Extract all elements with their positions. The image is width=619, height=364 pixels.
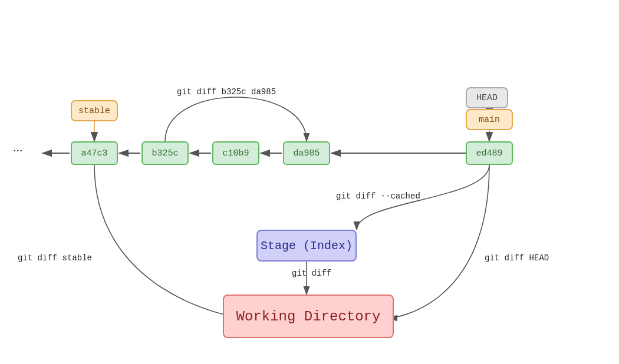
commit-b325c[interactable]: b325c	[141, 141, 189, 165]
stage-index-box[interactable]: Stage (Index)	[256, 230, 357, 262]
dots-indicator: ···	[13, 143, 23, 158]
diff-label-b325c-da985: git diff b325c da985	[177, 87, 276, 97]
commit-a47c3[interactable]: a47c3	[71, 141, 118, 165]
diff-label-head: git diff HEAD	[485, 253, 549, 263]
diff-label-cached: git diff --cached	[336, 191, 420, 201]
diff-label-stable: git diff stable	[18, 253, 92, 263]
main-branch-label[interactable]: main	[466, 109, 513, 130]
head-label: HEAD	[466, 87, 508, 108]
commit-ed489[interactable]: ed489	[466, 141, 513, 165]
stable-branch-label[interactable]: stable	[71, 100, 118, 121]
commit-c10b9[interactable]: c10b9	[212, 141, 259, 165]
commit-da985[interactable]: da985	[283, 141, 330, 165]
diff-label-plain: git diff	[292, 269, 331, 278]
working-directory-box[interactable]: Working Directory	[223, 294, 394, 338]
git-diagram: ··· a47c3 b325c c10b9 da985 ed489 stable…	[0, 0, 619, 364]
